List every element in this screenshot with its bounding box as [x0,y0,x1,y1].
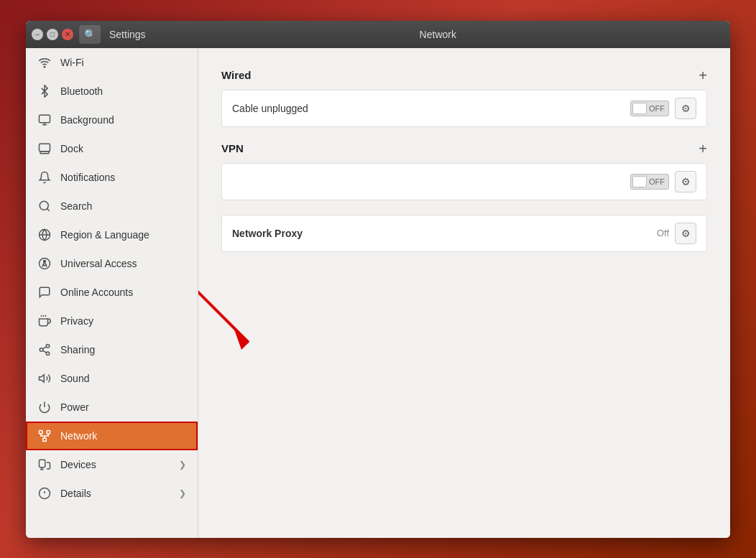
toggle-off-label: OFF [649,104,665,113]
sidebar-label-background: Background [60,114,186,126]
sidebar-label-devices: Devices [60,459,170,470]
sidebar-label-sound: Sound [60,373,186,384]
close-button[interactable]: ✕ [62,29,73,40]
sidebar-item-notifications[interactable]: Notifications [26,163,198,192]
window-controls: – □ ✕ [32,29,73,40]
sidebar-item-online-accounts[interactable]: Online Accounts [26,278,198,307]
wifi-icon [37,55,52,70]
sidebar-label-privacy: Privacy [60,315,186,327]
sidebar: Wi-Fi Bluetooth Backg [26,48,198,538]
cable-unplugged-row: Cable unplugged OFF ⚙ [222,90,706,126]
sidebar-item-privacy[interactable]: Privacy [26,307,198,335]
chevron-right-icon-details: ❯ [179,488,186,498]
sidebar-label-notifications: Notifications [60,172,186,183]
titlebar-settings-label: Settings [109,29,146,40]
sidebar-label-online-accounts: Online Accounts [60,287,186,298]
svg-rect-20 [40,430,43,434]
search-sidebar-icon [37,199,52,213]
dock-icon [37,141,52,156]
sidebar-item-details[interactable]: Details ❯ [26,479,198,508]
svg-point-15 [46,352,50,355]
sidebar-label-region-language: Region & Language [60,229,186,241]
vpn-row: OFF ⚙ [222,164,706,200]
vpn-section-header: VPN + [221,141,707,156]
proxy-label: Network Proxy [232,228,657,239]
vpn-toggle-off-label: OFF [649,177,665,186]
proxy-gear-button[interactable]: ⚙ [675,223,696,244]
wired-gear-button[interactable]: ⚙ [675,98,696,119]
wired-section-header: Wired + [221,68,707,83]
devices-icon [37,457,52,472]
details-icon [37,486,52,501]
sidebar-item-search[interactable]: Search [26,192,198,220]
proxy-row: Network Proxy Off ⚙ [222,215,706,251]
svg-point-4 [40,201,48,210]
sidebar-item-sound[interactable]: Sound [26,364,198,393]
minimize-button[interactable]: – [32,29,43,40]
settings-window: – □ ✕ 🔍 Settings Network [26,21,730,538]
svg-rect-21 [47,430,50,434]
sidebar-item-background[interactable]: Background [26,106,198,134]
vpn-toggle-knob [632,176,647,187]
sidebar-item-sharing[interactable]: Sharing [26,335,198,364]
vpn-toggle[interactable]: OFF [630,174,669,190]
red-arrow-annotation [198,249,292,378]
sidebar-label-universal-access: Universal Access [60,258,186,269]
online-accounts-icon [37,285,52,299]
wired-toggle[interactable]: OFF [630,101,669,116]
toggle-knob [632,103,647,114]
main-panel: Wired + Cable unplugged OFF ⚙ VPN + [198,48,730,538]
svg-line-30 [198,271,249,343]
proxy-card: Network Proxy Off ⚙ [221,215,707,252]
sidebar-item-wifi[interactable]: Wi-Fi [26,48,198,77]
chevron-right-icon: ❯ [179,460,186,470]
sidebar-item-network[interactable]: Network [26,422,198,450]
bell-icon [37,170,52,185]
network-icon [37,429,52,443]
svg-marker-18 [40,374,45,382]
vpn-title: VPN [221,142,244,154]
svg-point-13 [46,344,50,348]
svg-line-17 [42,346,46,348]
sidebar-item-region-language[interactable]: Region & Language [26,220,198,249]
sidebar-label-sharing: Sharing [60,344,186,355]
sidebar-item-dock[interactable]: Dock [26,134,198,163]
sidebar-item-power[interactable]: Power [26,393,198,422]
svg-marker-31 [234,330,249,350]
sidebar-item-devices[interactable]: Devices ❯ [26,450,198,479]
svg-point-14 [40,348,43,351]
titlebar: – □ ✕ 🔍 Settings Network [26,21,730,48]
search-icon-box[interactable]: 🔍 [79,25,101,44]
svg-rect-22 [43,438,47,442]
sound-icon [37,371,52,386]
svg-rect-2 [40,144,50,152]
sidebar-label-power: Power [60,401,186,413]
sidebar-label-wifi: Wi-Fi [60,57,186,68]
power-icon [37,400,52,414]
vpn-add-button[interactable]: + [699,141,707,156]
content-area: Wi-Fi Bluetooth Backg [26,48,730,538]
wired-add-button[interactable]: + [699,68,707,83]
sidebar-item-bluetooth[interactable]: Bluetooth [26,77,198,106]
svg-point-0 [44,66,45,68]
sidebar-label-details: Details [60,488,170,499]
svg-rect-3 [40,151,49,153]
svg-rect-24 [40,460,45,468]
svg-rect-1 [40,115,50,123]
cable-unplugged-label: Cable unplugged [232,103,630,114]
background-icon [37,113,52,127]
vpn-gear-button[interactable]: ⚙ [675,171,696,192]
sidebar-item-universal-access[interactable]: Universal Access [26,249,198,278]
wired-title: Wired [221,69,252,81]
proxy-status: Off [657,228,669,238]
wired-card: Cable unplugged OFF ⚙ [221,90,707,127]
search-icon: 🔍 [84,29,96,40]
sidebar-label-search: Search [60,200,186,212]
maximize-button[interactable]: □ [47,29,58,40]
bluetooth-icon [37,84,52,98]
sidebar-label-bluetooth: Bluetooth [60,85,186,97]
privacy-icon [37,314,52,328]
sidebar-label-dock: Dock [60,143,186,154]
sharing-icon [37,343,52,357]
sidebar-label-network: Network [60,430,186,442]
